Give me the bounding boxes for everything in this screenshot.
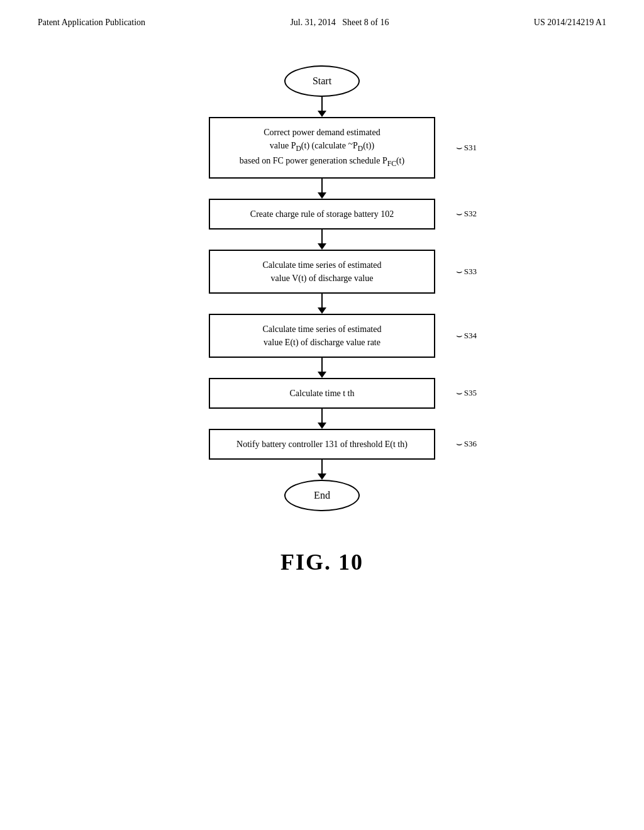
step-s36-text: Notify battery controller 131 of thresho…: [236, 438, 408, 451]
step-s34-label: ⌣S34: [456, 328, 477, 343]
step-s35-label: ⌣S35: [456, 385, 477, 401]
step-s35: Calculate time t th ⌣S35: [209, 378, 435, 409]
end-oval: End: [284, 480, 360, 511]
flowchart: Start Correct power demand estimated val…: [209, 65, 435, 511]
header: Patent Application Publication Jul. 31, …: [0, 0, 644, 28]
step-s36-label: ⌣S36: [456, 436, 477, 451]
step-s31-text: Correct power demand estimated value PD(…: [240, 126, 404, 170]
arrow-3: [318, 294, 326, 314]
step-s31: Correct power demand estimated value PD(…: [209, 117, 435, 179]
step-s33-label: ⌣S33: [456, 264, 477, 279]
header-right: US 2014/214219 A1: [534, 18, 606, 28]
step-s31-label: ⌣S31: [456, 140, 477, 155]
arrow-0: [318, 97, 326, 117]
arrow-1: [318, 179, 326, 199]
step-s32-text: Create charge rule of storage battery 10…: [250, 208, 394, 221]
step-s34-text: Calculate time series of estimated value…: [263, 323, 382, 349]
header-left: Patent Application Publication: [38, 18, 145, 28]
step-s35-text: Calculate time t th: [289, 387, 354, 400]
step-s36: Notify battery controller 131 of thresho…: [209, 429, 435, 460]
arrow-5: [318, 409, 326, 429]
main-content: Start Correct power demand estimated val…: [0, 28, 644, 575]
arrow-2: [318, 230, 326, 250]
step-s32: Create charge rule of storage battery 10…: [209, 199, 435, 230]
arrow-4: [318, 358, 326, 378]
arrow-6: [318, 460, 326, 480]
header-middle: Jul. 31, 2014 Sheet 8 of 16: [290, 18, 389, 28]
step-s32-label: ⌣S32: [456, 206, 477, 221]
step-s33: Calculate time series of estimated value…: [209, 250, 435, 294]
start-oval: Start: [284, 65, 360, 97]
figure-caption: FIG. 10: [280, 549, 364, 575]
step-s33-text: Calculate time series of estimated value…: [263, 258, 382, 285]
step-s34: Calculate time series of estimated value…: [209, 314, 435, 358]
